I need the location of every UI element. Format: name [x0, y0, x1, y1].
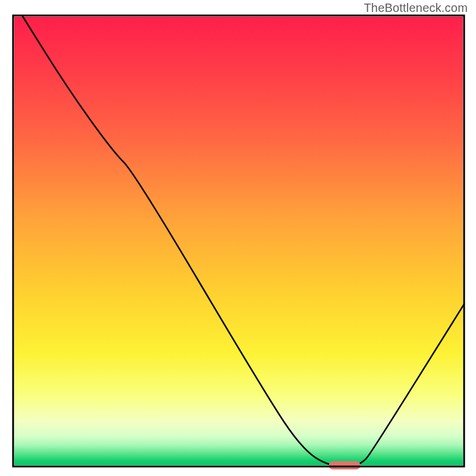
optimal-marker	[329, 461, 361, 469]
watermark-label: TheBottleneck.com	[364, 1, 468, 15]
plot-background	[14, 17, 463, 465]
bottleneck-chart	[0, 0, 476, 476]
